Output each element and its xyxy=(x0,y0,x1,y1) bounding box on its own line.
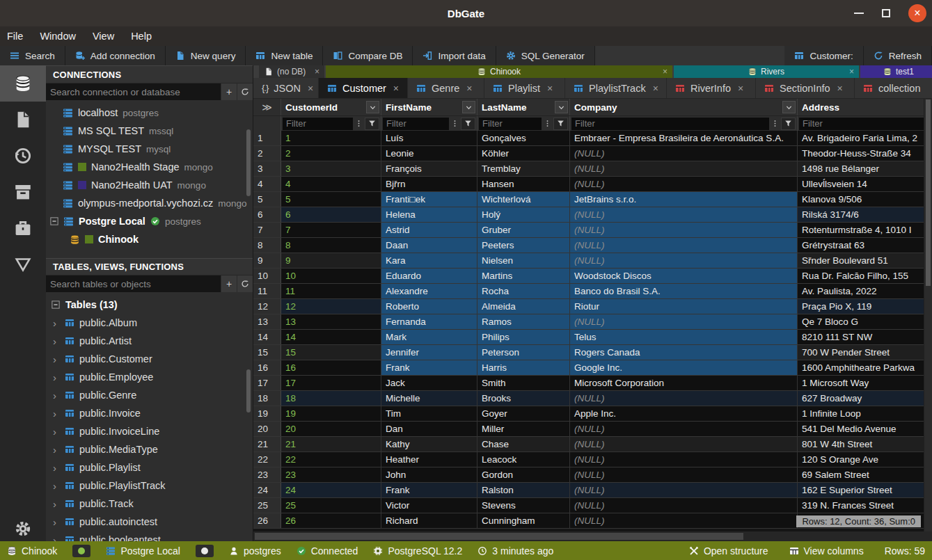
cell-lastname[interactable]: Gruber xyxy=(477,223,570,237)
kebab-menu-icon[interactable] xyxy=(769,118,781,130)
cell-company[interactable]: Woodstock Discos xyxy=(570,269,798,283)
tables-group-header[interactable]: Tables (13) xyxy=(46,296,253,314)
close-icon[interactable]: × xyxy=(393,83,399,94)
filter-input-customerid[interactable] xyxy=(283,118,353,130)
cell-company[interactable]: (NULL) xyxy=(570,422,798,436)
close-icon[interactable]: × xyxy=(908,4,926,22)
chevron-right-icon[interactable]: › xyxy=(53,371,60,383)
cell-customerid[interactable]: 8 xyxy=(281,238,381,253)
search-button[interactable]: Search xyxy=(0,46,65,65)
connection-item-olympus-medportal-vychozi-cz[interactable]: olympus-medportal.vychozi.czmongo xyxy=(46,194,253,212)
cell-lastname[interactable]: Holý xyxy=(477,207,570,222)
cell-lastname[interactable]: Goyer xyxy=(477,406,570,421)
table-row[interactable]: 1818MichelleBrooks(NULL)627 Broadway xyxy=(253,391,932,406)
cell-customerid[interactable]: 2 xyxy=(281,146,381,161)
maximize-icon[interactable] xyxy=(882,9,890,17)
cell-customerid[interactable]: 5 xyxy=(281,192,381,207)
cell-firstname[interactable]: Franti□ek xyxy=(381,192,477,207)
table-row[interactable]: 1515JenniferPetersonRogers Canada700 W P… xyxy=(253,345,932,360)
filter-input-company[interactable] xyxy=(571,118,769,130)
tab-genre[interactable]: Genre× xyxy=(408,78,484,98)
table-row[interactable]: 44BjřrnHansen(NULL)Ullevĺlsveien 14 xyxy=(253,177,932,192)
tab-group-rivers[interactable]: Rivers× xyxy=(674,65,859,78)
cell-firstname[interactable]: Roberto xyxy=(381,299,477,314)
cell-address[interactable]: 1 Infinite Loop xyxy=(798,406,930,421)
cell-firstname[interactable]: Frank xyxy=(381,360,477,375)
close-icon[interactable]: × xyxy=(653,83,658,94)
close-icon[interactable]: × xyxy=(837,83,843,94)
collapse-icon[interactable] xyxy=(52,301,60,309)
cell-address[interactable]: 700 W Pender Street xyxy=(798,345,930,360)
tab-sectioninfo[interactable]: SectionInfo× xyxy=(756,78,855,98)
tab-json[interactable]: {.}JSON× xyxy=(253,78,319,98)
cell-company[interactable]: (NULL) xyxy=(570,146,798,161)
cell-firstname[interactable]: Mark xyxy=(381,330,477,344)
menu-file[interactable]: File xyxy=(0,26,31,46)
table-row[interactable]: 11LuísGonçalvesEmbraer - Empresa Brasile… xyxy=(253,131,932,146)
cell-firstname[interactable]: Heather xyxy=(381,452,477,467)
cell-customerid[interactable]: 21 xyxy=(281,437,381,451)
table-row[interactable]: 1717JackSmithMicrosoft Corporation1 Micr… xyxy=(253,376,932,391)
connection-item-nano2health-uat[interactable]: Nano2Health UATmongo xyxy=(46,176,253,194)
kebab-menu-icon[interactable] xyxy=(353,118,365,130)
cell-customerid[interactable]: 13 xyxy=(281,314,381,329)
table-item-public-track[interactable]: ›public.Track xyxy=(46,495,253,513)
tab-group-test1[interactable]: test1 xyxy=(860,65,932,78)
table-row[interactable]: 1212RobertoAlmeidaRioturPraça Pio X, 119 xyxy=(253,299,932,314)
cell-address[interactable]: Ullevĺlsveien 14 xyxy=(798,177,930,191)
table-row[interactable]: 22LeonieKöhler(NULL)Theodor-Heuss-Straße… xyxy=(253,146,932,161)
table-item-public-genre[interactable]: ›public.Genre xyxy=(46,386,253,404)
cell-lastname[interactable]: Köhler xyxy=(477,146,570,161)
tab-group-chinook[interactable]: Chinook× xyxy=(326,65,672,78)
funnel-icon[interactable] xyxy=(461,118,475,130)
cell-customerid[interactable]: 15 xyxy=(281,345,381,360)
cell-company[interactable]: (NULL) xyxy=(570,498,798,513)
cell-address[interactable]: Theodor-Heuss-Straße 34 xyxy=(798,146,930,161)
cell-customerid[interactable]: 25 xyxy=(281,498,381,513)
cell-customerid[interactable]: 6 xyxy=(281,207,381,222)
cell-company[interactable]: Microsoft Corporation xyxy=(570,376,798,390)
cell-company[interactable]: (NULL) xyxy=(570,437,798,451)
cell-customerid[interactable]: 26 xyxy=(281,513,381,528)
cell-firstname[interactable]: Bjřrn xyxy=(381,177,477,191)
cell-firstname[interactable]: Fernanda xyxy=(381,314,477,329)
table-row[interactable]: 88DaanPeeters(NULL)Grétrystraat 63 xyxy=(253,238,932,253)
tab-riverinfo[interactable]: RiverInfo× xyxy=(667,78,756,98)
table-row[interactable]: 1313FernandaRamos(NULL)Qe 7 Bloco G xyxy=(253,314,932,330)
cell-lastname[interactable]: Gordon xyxy=(477,467,570,482)
cell-company[interactable]: (NULL) xyxy=(570,207,798,222)
table-row[interactable]: 2525VictorStevens(NULL)319 N. Frances St… xyxy=(253,498,932,513)
chevron-right-icon[interactable]: › xyxy=(53,534,60,541)
cell-firstname[interactable]: Dan xyxy=(381,422,477,436)
menu-window[interactable]: Window xyxy=(31,26,84,46)
cell-lastname[interactable]: Ramos xyxy=(477,314,570,329)
cell-address[interactable]: 801 W 4th Street xyxy=(798,437,930,451)
rail-item-connections[interactable] xyxy=(0,65,46,102)
cell-firstname[interactable]: Kara xyxy=(381,253,477,268)
sql-generator-button[interactable]: SQL Generator xyxy=(496,46,594,65)
kebab-menu-icon[interactable] xyxy=(449,118,461,130)
table-row[interactable]: 1414MarkPhilipsTelus8210 111 ST NW xyxy=(253,330,932,345)
cell-address[interactable]: Rotenturmstraße 4, 1010 I xyxy=(798,223,930,237)
cell-address[interactable]: 1600 Amphitheatre Parkwa xyxy=(798,360,930,375)
cell-lastname[interactable]: Smith xyxy=(477,376,570,390)
tab-collection[interactable]: collection xyxy=(855,78,932,98)
import-data-button[interactable]: Import data xyxy=(413,46,495,65)
cell-lastname[interactable]: Martins xyxy=(477,269,570,283)
cell-lastname[interactable]: Peeters xyxy=(477,238,570,253)
cell-customerid[interactable]: 24 xyxy=(281,483,381,497)
cell-company[interactable]: Apple Inc. xyxy=(570,406,798,421)
column-header-firstname[interactable]: FirstName xyxy=(381,99,477,115)
cell-company[interactable]: (NULL) xyxy=(570,223,798,237)
funnel-icon[interactable] xyxy=(553,118,568,130)
connection-item-nano2health-stage[interactable]: Nano2Health Stagemongo xyxy=(46,158,253,176)
filter-input-lastname[interactable] xyxy=(479,118,542,130)
cell-customerid[interactable]: 9 xyxy=(281,253,381,268)
new-table-button[interactable]: New table xyxy=(246,46,322,65)
connections-scrollbar[interactable] xyxy=(246,129,251,196)
cell-customerid[interactable]: 20 xyxy=(281,422,381,436)
cell-address[interactable]: 69 Salem Street xyxy=(798,467,930,482)
cell-lastname[interactable]: Leacock xyxy=(477,452,570,467)
cell-customerid[interactable]: 16 xyxy=(281,360,381,375)
column-header-customerid[interactable]: CustomerId xyxy=(281,99,381,115)
